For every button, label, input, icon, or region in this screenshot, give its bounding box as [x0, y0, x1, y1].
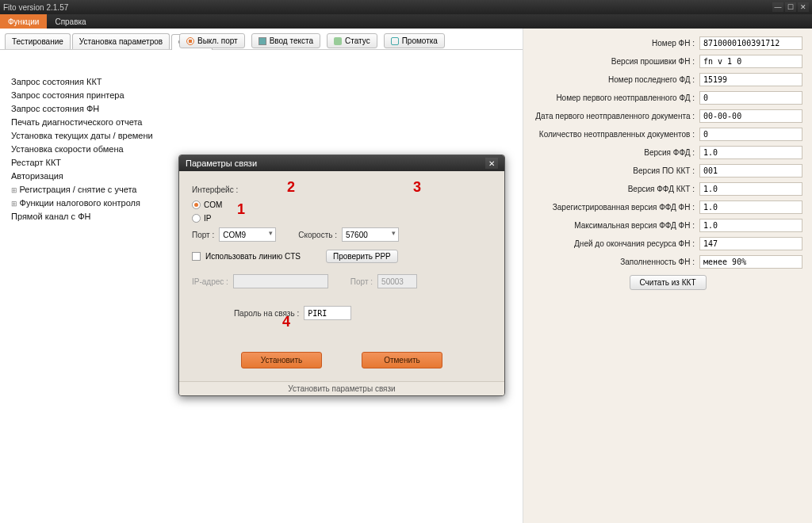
info-label: Версия прошивки ФН : — [611, 57, 695, 66]
status-icon — [334, 37, 342, 45]
info-value[interactable] — [699, 73, 802, 86]
ip-input — [233, 274, 328, 288]
tree-item[interactable]: Запрос состояния принтера — [11, 89, 516, 102]
info-value[interactable] — [699, 128, 802, 141]
port-off-button[interactable]: Выкл. порт — [179, 33, 245, 48]
port-off-label: Выкл. порт — [197, 36, 238, 45]
ip-port-label: Порт : — [350, 277, 373, 286]
text-icon — [259, 37, 266, 45]
interface-label: Интерфейс : — [192, 185, 265, 194]
window-titlebar: Fito version 2.1.57 — ☐ ✕ — [0, 0, 812, 14]
tab-testing[interactable]: Тестирование — [5, 33, 71, 49]
dialog-titlebar[interactable]: Параметры связи ✕ — [179, 155, 504, 171]
status-button[interactable]: Статус — [327, 33, 377, 48]
info-label: Номер первого неотправленного ФД : — [556, 94, 695, 102]
cancel-button[interactable]: Отменить — [362, 352, 442, 368]
port-select[interactable] — [219, 227, 276, 242]
info-label: Заполненность ФН : — [620, 258, 695, 266]
close-button[interactable]: ✕ — [798, 2, 809, 12]
read-from-kkt-button[interactable]: Считать из ККТ — [630, 275, 707, 290]
radio-icon — [192, 214, 201, 223]
scroll-label: Промотка — [402, 36, 438, 45]
info-label: Максимальная версия ФФД ФН : — [574, 221, 695, 230]
info-value[interactable] — [699, 219, 802, 232]
status-label: Статус — [345, 36, 370, 45]
info-value[interactable] — [699, 237, 802, 250]
dialog-close-button[interactable]: ✕ — [485, 158, 498, 169]
tab-params[interactable]: Установка параметров — [72, 33, 170, 49]
set-button[interactable]: Установить — [241, 352, 322, 368]
info-panel: Номер ФН : Версия прошивки ФН : Номер по… — [523, 29, 812, 523]
menu-help[interactable]: Справка — [47, 14, 94, 29]
info-label: Номер ФН : — [652, 39, 695, 48]
tree-item[interactable]: Запрос состояния ККТ — [11, 75, 516, 89]
speed-select[interactable] — [342, 227, 399, 242]
check-ppp-button[interactable]: Проверить PPP — [326, 250, 398, 263]
info-label: Дней до окончания ресурса ФН : — [574, 239, 695, 248]
dialog-status: Установить параметры связи — [179, 381, 504, 395]
input-text-label: Ввод текста — [270, 36, 313, 45]
info-value[interactable] — [699, 36, 802, 50]
annotation-3: 3 — [413, 179, 421, 196]
radio-com-label: COM — [204, 200, 222, 209]
info-value[interactable] — [699, 164, 802, 178]
input-text-button[interactable]: Ввод текста — [251, 33, 320, 48]
window-title: Fito version 2.1.57 — [3, 3, 772, 12]
info-value[interactable] — [699, 91, 802, 105]
maximize-button[interactable]: ☐ — [785, 2, 796, 12]
info-value[interactable] — [699, 146, 802, 159]
power-icon — [186, 37, 194, 45]
password-label: Пароль на связь : — [234, 309, 299, 318]
radio-com[interactable]: COM — [192, 200, 265, 209]
minimize-button[interactable]: — — [772, 2, 783, 12]
scroll-icon — [391, 37, 399, 45]
radio-ip[interactable]: IP — [192, 214, 265, 223]
tree-item[interactable]: Запрос состояния ФН — [11, 102, 516, 116]
annotation-2: 2 — [287, 179, 295, 196]
info-value[interactable] — [699, 255, 802, 269]
port-label: Порт : — [192, 231, 214, 239]
info-value[interactable] — [699, 109, 802, 123]
info-label: Версия ФФД : — [644, 148, 695, 157]
info-value[interactable] — [699, 55, 802, 68]
info-label: Количество неотправленных документов : — [539, 130, 695, 139]
radio-ip-label: IP — [204, 214, 211, 223]
tree-item[interactable]: Установка текущих даты / времени — [11, 129, 516, 143]
info-label: Номер последнего ФД : — [608, 75, 695, 84]
password-input[interactable] — [304, 306, 351, 320]
info-value[interactable] — [699, 200, 802, 214]
menu-bar: Функции Справка — [0, 14, 812, 29]
toolbar: Выкл. порт Ввод текста Статус Промотка — [174, 29, 450, 53]
info-label: Зарегистрированная версия ФФД ФН : — [553, 203, 695, 212]
ip-label: IP-адрес : — [192, 277, 228, 286]
info-value[interactable] — [699, 182, 802, 196]
info-label: Версия ПО ККТ : — [633, 166, 695, 175]
menu-functions[interactable]: Функции — [0, 14, 47, 29]
connection-params-dialog: Параметры связи ✕ 1 2 3 4 Интерфейс : CO… — [178, 155, 505, 396]
cts-label: Использовать линию CTS — [205, 252, 301, 261]
cts-checkbox[interactable] — [192, 252, 201, 261]
tree-item[interactable]: Печать диагностического отчета — [11, 116, 516, 129]
dialog-title: Параметры связи — [186, 158, 485, 168]
info-label: Дата первого неотправленного документа : — [535, 112, 695, 120]
scroll-button[interactable]: Промотка — [384, 33, 445, 48]
radio-icon — [192, 200, 201, 209]
info-label: Версия ФФД ККТ : — [628, 185, 695, 193]
speed-label: Скорость : — [298, 231, 337, 239]
ip-port-input — [377, 274, 417, 288]
